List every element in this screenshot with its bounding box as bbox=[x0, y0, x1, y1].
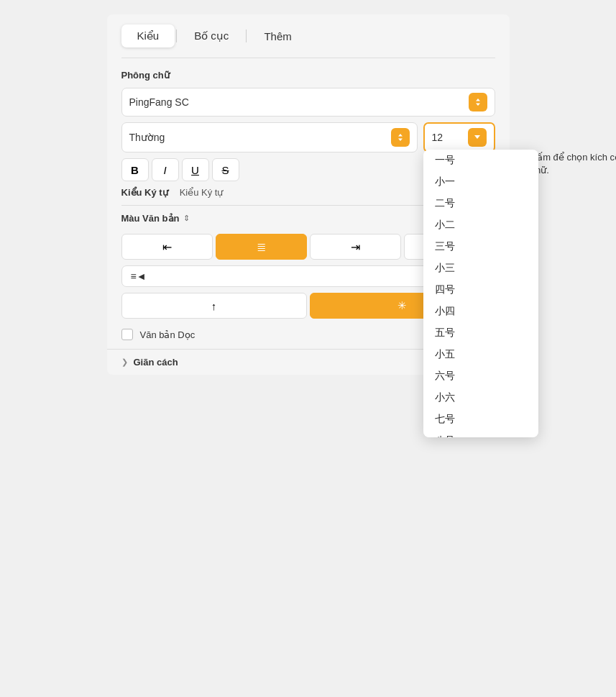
gian-cach-label: Giãn cách bbox=[134, 357, 178, 368]
vert-center-icon: ✳ bbox=[397, 299, 407, 312]
style-chevron-updown-icon bbox=[396, 132, 405, 142]
char-style-value[interactable]: Kiểu Ký tự bbox=[180, 187, 224, 198]
align-center-button[interactable]: ≣ bbox=[216, 234, 307, 260]
text-color-chevron-icon: ⇕ bbox=[183, 214, 190, 223]
font-size-dropdown[interactable]: 12 bbox=[423, 122, 495, 152]
tab-bocuc[interactable]: Bố cục bbox=[178, 24, 244, 47]
size-item-xiaoliu[interactable]: 小六 bbox=[423, 387, 538, 409]
size-item-erhao[interactable]: 二号 bbox=[423, 193, 538, 214]
panel: Kiểu Bố cục Thêm Phông chữ PingFang SC T… bbox=[107, 14, 510, 375]
size-item-xiaoer[interactable]: 小二 bbox=[423, 214, 538, 236]
strikethrough-button[interactable]: S bbox=[212, 158, 239, 181]
indent-icon: ≡◄ bbox=[131, 270, 147, 282]
font-section-label: Phông chữ bbox=[121, 70, 495, 81]
font-size-callout: Bấm để chọn kích cỡ phông chữ. bbox=[531, 151, 617, 177]
tab-divider-1 bbox=[176, 29, 177, 42]
align-left-button[interactable]: ⇤ bbox=[121, 234, 213, 260]
text-color-label: Màu Văn bản bbox=[121, 213, 180, 224]
size-item-qihao[interactable]: 七号 bbox=[423, 409, 538, 430]
italic-button[interactable]: I bbox=[152, 158, 179, 181]
font-size-container: 12 一号 小一 二号 小二 三号 小三 四号 小四 bbox=[423, 122, 495, 152]
align-right-button[interactable]: ⇥ bbox=[310, 234, 401, 260]
tab-them[interactable]: Thêm bbox=[248, 25, 307, 47]
font-name-value: PingFang SC bbox=[129, 96, 469, 108]
size-item-wuhao[interactable]: 五号 bbox=[423, 322, 538, 344]
vertical-text-label: Văn bản Dọc bbox=[140, 329, 196, 340]
font-style-dropdown[interactable]: Thường bbox=[121, 122, 418, 152]
size-item-xiaoyi[interactable]: 小一 bbox=[423, 171, 538, 193]
font-size-list[interactable]: 一号 小一 二号 小二 三号 小三 四号 小四 五号 小五 六号 小六 七号 八… bbox=[423, 150, 538, 437]
font-style-value: Thường bbox=[129, 132, 391, 143]
align-right-icon: ⇥ bbox=[351, 240, 360, 254]
char-style-label: Kiểu Ký tự bbox=[121, 187, 168, 198]
size-item-yihao[interactable]: 一号 bbox=[423, 150, 538, 171]
size-item-xiaosi[interactable]: 小四 bbox=[423, 301, 538, 322]
size-item-xiaowu[interactable]: 小五 bbox=[423, 344, 538, 365]
font-name-dropdown-btn[interactable] bbox=[469, 93, 487, 111]
vertical-text-checkbox[interactable] bbox=[121, 329, 133, 340]
chevron-updown-icon bbox=[474, 97, 482, 107]
align-left-icon: ⇤ bbox=[162, 240, 172, 254]
tabs-container: Kiểu Bố cục Thêm bbox=[107, 14, 510, 47]
font-style-dropdown-btn[interactable] bbox=[391, 128, 410, 147]
size-item-bahao[interactable]: 八号 bbox=[423, 430, 538, 437]
size-chevron-down-icon bbox=[473, 132, 482, 142]
font-size-dropdown-btn[interactable] bbox=[468, 128, 487, 147]
vert-top-icon: ↑ bbox=[211, 300, 217, 312]
vert-align-top-button[interactable]: ↑ bbox=[121, 293, 307, 319]
size-item-liuhao[interactable]: 六号 bbox=[423, 365, 538, 387]
gian-cach-chevron-icon: ❯ bbox=[121, 357, 128, 367]
tab-divider-2 bbox=[246, 29, 247, 42]
underline-button[interactable]: U bbox=[182, 158, 209, 181]
font-name-row[interactable]: PingFang SC bbox=[121, 88, 495, 117]
size-item-sanhao[interactable]: 三号 bbox=[423, 236, 538, 258]
style-size-row: Thường 12 bbox=[121, 122, 495, 152]
align-center-icon: ≣ bbox=[257, 240, 266, 254]
tab-kieu[interactable]: Kiểu bbox=[121, 24, 175, 47]
size-item-xiaosan[interactable]: 小三 bbox=[423, 258, 538, 279]
size-item-sihao[interactable]: 四号 bbox=[423, 279, 538, 301]
font-section: Phông chữ PingFang SC Thường bbox=[107, 58, 510, 340]
bold-button[interactable]: B bbox=[121, 158, 149, 181]
font-size-value: 12 bbox=[432, 132, 468, 143]
